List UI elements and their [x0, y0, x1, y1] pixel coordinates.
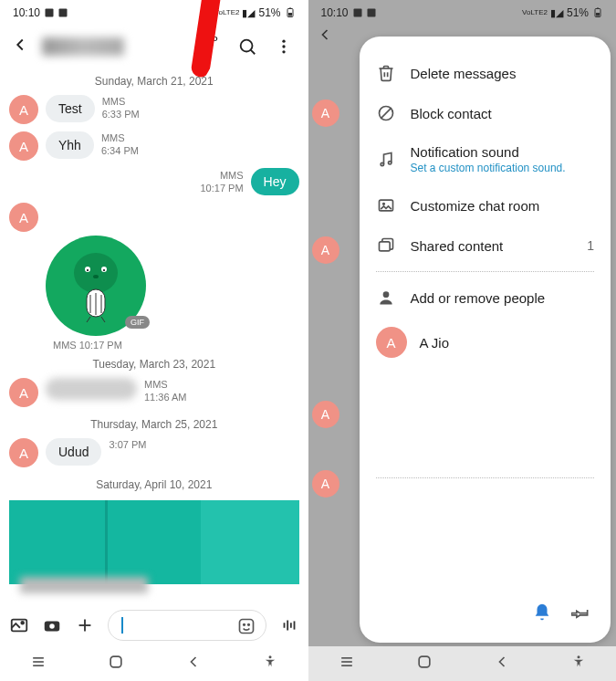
- avatar: A: [9, 378, 38, 407]
- svg-line-47: [381, 108, 392, 119]
- message-row[interactable]: A Yhh MMS 6:34 PM: [0, 128, 308, 164]
- menu-add-remove-people[interactable]: Add or remove people: [363, 278, 608, 318]
- status-battery: 51%: [258, 6, 280, 19]
- gif-sticker[interactable]: GIF: [46, 236, 146, 336]
- svg-rect-45: [597, 8, 599, 9]
- hd-call-icon[interactable]: HD: [201, 37, 221, 57]
- status-signal-icons: VoLTE2 ▮◢: [522, 7, 563, 19]
- person-icon: [376, 288, 396, 307]
- message-row[interactable]: A: [0, 199, 308, 236]
- more-menu-icon[interactable]: [274, 37, 294, 57]
- date-divider: Saturday, April 10, 2021: [0, 471, 308, 495]
- svg-rect-1: [59, 9, 68, 17]
- image-attachment-redacted[interactable]: [9, 500, 299, 584]
- menu-notification-sub: Set a custom notification sound.: [411, 162, 566, 174]
- bell-icon[interactable]: [532, 602, 552, 623]
- gif-badge: GIF: [125, 316, 150, 329]
- status-notif-icons: [352, 7, 377, 18]
- camera-icon[interactable]: [42, 615, 62, 635]
- sticker-icon[interactable]: [236, 616, 256, 636]
- avatar: A: [9, 131, 38, 161]
- accessibility-button[interactable]: [570, 654, 587, 674]
- search-icon[interactable]: [237, 37, 257, 57]
- add-icon[interactable]: [75, 615, 95, 635]
- back-button[interactable]: [493, 653, 511, 675]
- date-divider: Sunday, March 21, 2021: [0, 68, 308, 91]
- gif-caption: MMS 10:17 PM: [0, 340, 308, 351]
- status-battery: 51%: [567, 6, 589, 19]
- svg-point-8: [282, 45, 285, 47]
- home-button[interactable]: [107, 653, 125, 675]
- accessibility-button[interactable]: [262, 654, 278, 674]
- svg-rect-57: [419, 656, 430, 667]
- message-row[interactable]: A Test MMS 6:33 PM: [0, 91, 308, 128]
- svg-rect-3: [288, 13, 292, 16]
- status-bar: 10:10 VoLTE2 ▮◢ 51%: [308, 0, 617, 26]
- home-button[interactable]: [415, 653, 433, 675]
- message-row[interactable]: A MMS 11:36 AM: [0, 374, 308, 411]
- menu-shared-content[interactable]: Shared content 1: [363, 225, 608, 266]
- svg-rect-41: [353, 9, 361, 17]
- divider: [376, 477, 595, 478]
- avatar: A: [312, 100, 339, 127]
- svg-rect-0: [46, 9, 54, 17]
- contact-name-redacted: [42, 37, 124, 56]
- block-icon: [376, 104, 396, 122]
- chat-header: HD: [0, 26, 308, 68]
- svg-point-49: [388, 161, 391, 163]
- system-navbar: [0, 646, 308, 681]
- menu-notification-sound[interactable]: Notification sound Set a custom notifica…: [363, 133, 608, 185]
- svg-line-21: [101, 317, 105, 322]
- pin-icon[interactable]: [570, 602, 590, 623]
- menu-customize-chat[interactable]: Customize chat room: [363, 185, 608, 225]
- menu-contact-entry[interactable]: A A Jio: [363, 318, 608, 367]
- svg-point-25: [49, 623, 55, 629]
- voice-input-icon[interactable]: [279, 615, 299, 635]
- message-row[interactable]: A Udud 3:07 PM: [0, 435, 308, 471]
- avatar: A: [9, 203, 38, 232]
- contact-name: A Jio: [420, 335, 450, 351]
- svg-rect-42: [367, 9, 375, 17]
- recents-button[interactable]: [29, 653, 47, 675]
- battery-icon: [592, 7, 603, 18]
- avatar: A: [312, 470, 339, 498]
- message-row-outgoing[interactable]: MMS 10:17 PM Hey: [0, 164, 308, 199]
- status-bar: 10:10 VoLTE2 ▮◢ 51%: [0, 0, 308, 26]
- menu-overlay-screen: 10:10 VoLTE2 ▮◢ 51% A A A A: [308, 0, 617, 681]
- avatar: A: [312, 401, 339, 428]
- menu-block-contact[interactable]: Block contact: [363, 93, 608, 133]
- system-navbar: [308, 646, 617, 681]
- svg-point-13: [87, 269, 89, 271]
- music-note-icon: [376, 151, 396, 169]
- shared-icon: [376, 236, 396, 255]
- back-button[interactable]: [9, 35, 31, 59]
- back-button[interactable]: [316, 27, 334, 47]
- trash-icon: [376, 64, 396, 82]
- message-input[interactable]: [108, 610, 266, 641]
- shared-count: 1: [587, 238, 594, 253]
- status-notif-icons: [44, 7, 68, 18]
- message-bubble: Yhh: [46, 131, 94, 159]
- svg-point-30: [247, 624, 249, 626]
- recents-button[interactable]: [338, 653, 356, 675]
- svg-point-7: [282, 40, 285, 43]
- status-time: 10:10: [13, 6, 40, 19]
- svg-point-29: [243, 624, 245, 626]
- date-divider: Tuesday, March 23, 2021: [0, 351, 308, 374]
- svg-point-51: [382, 204, 384, 205]
- avatar: A: [312, 236, 339, 264]
- menu-delete-messages[interactable]: Delete messages: [363, 53, 608, 93]
- message-bubble: Udud: [46, 438, 101, 466]
- chat-screen: 10:10 VoLTE2 ▮◢ 51% HD: [0, 0, 308, 681]
- divider: [376, 271, 595, 272]
- customize-icon: [376, 196, 396, 215]
- svg-point-14: [103, 269, 105, 271]
- avatar: A: [9, 95, 38, 124]
- svg-line-20: [87, 317, 90, 322]
- back-button[interactable]: [184, 653, 203, 675]
- svg-point-15: [93, 275, 99, 278]
- message-bubble-out: Hey: [251, 168, 299, 195]
- gallery-icon[interactable]: [9, 615, 29, 635]
- avatar: A: [376, 327, 407, 358]
- svg-rect-44: [596, 13, 600, 16]
